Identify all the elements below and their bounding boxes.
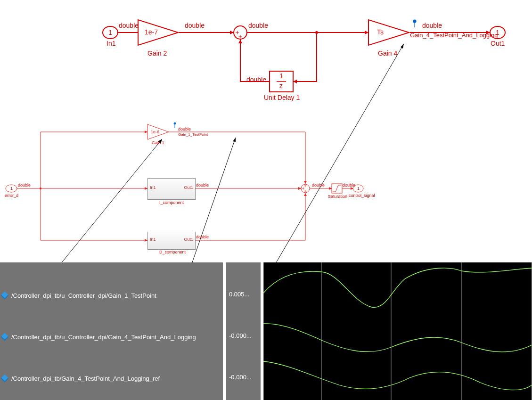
out1-num: 1 bbox=[496, 29, 499, 36]
signal-value: -0.000... bbox=[229, 332, 252, 339]
gain1-sig-name: Gain_1_TestPoint bbox=[178, 132, 208, 137]
svg-marker-2 bbox=[230, 31, 234, 34]
svg-marker-9 bbox=[238, 40, 242, 43]
svg-marker-8 bbox=[293, 80, 297, 83]
signal-icon bbox=[1, 292, 9, 300]
gain4-block[interactable] bbox=[368, 20, 409, 45]
signal-path: /Controller_dpi_tb/Gain_4_TestPoint_And_… bbox=[11, 375, 160, 382]
svg-marker-56 bbox=[401, 44, 404, 49]
testpoint-icon-small bbox=[174, 122, 176, 128]
svg-point-41 bbox=[174, 122, 176, 124]
gain1-out-dtype: double bbox=[178, 127, 191, 131]
gain4-out-dtype: double bbox=[422, 22, 442, 29]
svg-marker-11 bbox=[138, 20, 178, 45]
i-comp-name: I_component bbox=[159, 200, 184, 205]
signal-icon bbox=[1, 375, 9, 383]
gain4-label: Ts bbox=[377, 28, 384, 36]
d-comp-in-label: In1 bbox=[150, 237, 156, 242]
unit-delay-dtype: double bbox=[246, 76, 266, 83]
errord-name: error_d bbox=[5, 193, 18, 198]
sat-name: Saturation bbox=[328, 194, 347, 199]
saturation-block[interactable] bbox=[332, 184, 342, 193]
mid-sum-block[interactable] bbox=[301, 184, 310, 193]
signal-row[interactable]: /Controller_dpi_tb/Gain_4_TestPoint_And_… bbox=[0, 374, 223, 383]
svg-line-55 bbox=[218, 44, 404, 264]
unit-delay-top: 1 bbox=[279, 72, 283, 80]
mid-sum-dtype: double bbox=[312, 183, 325, 188]
i-component-block[interactable]: In1 Out1 bbox=[147, 178, 196, 200]
value-column: 0.005... -0.000... -0.000... bbox=[226, 262, 261, 400]
svg-marker-54 bbox=[233, 138, 236, 142]
signal-icon bbox=[1, 333, 9, 341]
svg-marker-30 bbox=[304, 181, 307, 184]
i-comp-in-label: In1 bbox=[150, 185, 156, 190]
unit-delay-bot: z bbox=[279, 82, 283, 90]
gain1-label: 1e-6 bbox=[151, 130, 159, 134]
i-comp-dtype: double bbox=[196, 183, 209, 188]
svg-marker-19 bbox=[368, 20, 409, 45]
gain2-out-dtype: double bbox=[185, 22, 205, 29]
signal-path: /Controller_dpi_tb/u_Controller_dpi/Gain… bbox=[11, 334, 196, 341]
waveform-panel: /Controller_dpi_tb/u_Controller_dpi/Gain… bbox=[0, 262, 532, 400]
svg-marker-4 bbox=[365, 31, 368, 34]
waveform-viewport[interactable] bbox=[263, 262, 532, 400]
gain2-block[interactable] bbox=[138, 20, 178, 45]
i-comp-out-label: Out1 bbox=[184, 185, 193, 190]
unit-delay-name: Unit Delay 1 bbox=[264, 94, 300, 101]
svg-marker-33 bbox=[304, 193, 307, 196]
d-comp-name: D_component bbox=[159, 250, 186, 254]
sat-dtype: double bbox=[343, 183, 355, 188]
d-comp-dtype: double bbox=[196, 235, 209, 239]
top-diagram-canvas bbox=[0, 0, 532, 264]
errord-num: 1 bbox=[10, 186, 13, 191]
cs-name: control_signal bbox=[349, 193, 375, 198]
signal-value: -0.000... bbox=[229, 374, 252, 381]
sum-block[interactable] bbox=[234, 26, 247, 39]
svg-marker-32 bbox=[298, 187, 301, 190]
signal-path: /Controller_dpi_tb/u_Controller_dpi/Gain… bbox=[11, 292, 156, 299]
cs-num: 1 bbox=[357, 186, 360, 191]
d-component-block[interactable]: In1 Out1 bbox=[147, 232, 196, 250]
errord-dtype: double bbox=[18, 183, 31, 188]
sum-out-dtype: double bbox=[248, 22, 268, 29]
in1-name: In1 bbox=[106, 40, 115, 47]
signal-row[interactable]: /Controller_dpi_tb/u_Controller_dpi/Gain… bbox=[0, 332, 223, 342]
svg-line-51 bbox=[38, 139, 162, 264]
gain4-sig-name: Gain_4_TestPoint_And_Logging bbox=[410, 32, 498, 39]
signal-row[interactable]: /Controller_dpi_tb/u_Controller_dpi/Gain… bbox=[0, 291, 223, 300]
gain2-name: Gain 2 bbox=[147, 49, 167, 57]
svg-marker-25 bbox=[145, 131, 147, 133]
svg-point-22 bbox=[413, 20, 416, 23]
gain4-name: Gain 4 bbox=[378, 49, 397, 57]
signal-value: 0.005... bbox=[229, 291, 249, 298]
out1-name: Out1 bbox=[491, 40, 505, 47]
gain2-label: 1e-7 bbox=[145, 28, 158, 36]
in1-dtype: double bbox=[119, 22, 139, 29]
d-comp-out-label: Out1 bbox=[184, 237, 193, 242]
svg-marker-35 bbox=[329, 187, 332, 190]
testpoint-icon bbox=[413, 20, 416, 27]
gain1-name: Gain 1 bbox=[152, 140, 164, 145]
in1-num: 1 bbox=[108, 29, 112, 36]
signal-list[interactable]: /Controller_dpi_tb/u_Controller_dpi/Gain… bbox=[0, 262, 223, 400]
